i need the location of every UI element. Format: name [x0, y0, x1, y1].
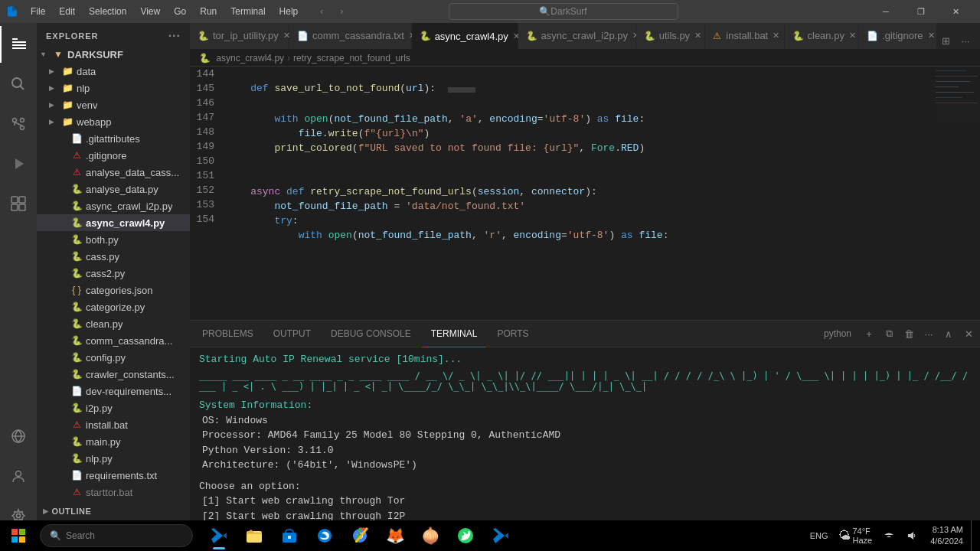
activity-explorer[interactable] — [0, 26, 37, 63]
activity-extensions[interactable] — [0, 185, 37, 222]
taskbar-tor[interactable]: 🧅 — [413, 520, 447, 551]
tray-keyboard[interactable]: ENG — [805, 520, 833, 551]
tab-install[interactable]: ⚠ install.bat ✕ — [705, 23, 784, 49]
taskbar-whatsapp[interactable] — [449, 520, 482, 551]
sidebar-file-nlp[interactable]: 🐍 nlp.py — [37, 450, 190, 467]
panel-tab-ports[interactable]: PORTS — [488, 321, 537, 347]
panel-tab-debug-console[interactable]: DEBUG CONSOLE — [322, 321, 420, 347]
tab-async-crawl-i2p[interactable]: 🐍 async_crawl_i2p.py ✕ — [518, 23, 636, 49]
sidebar-file-gitignore[interactable]: ⚠ .gitignore — [37, 147, 190, 164]
taskbar-edge[interactable] — [308, 520, 341, 551]
sidebar-file-main[interactable]: 🐍 main.py — [37, 433, 190, 450]
sidebar-more[interactable]: ··· — [168, 29, 181, 43]
sidebar-item-nlp[interactable]: ▶ 📁 nlp — [37, 80, 190, 96]
terminal-add[interactable]: + — [861, 325, 877, 342]
menu-help[interactable]: Help — [273, 5, 305, 18]
taskbar-file-explorer[interactable] — [237, 520, 271, 551]
terminal-more[interactable]: ··· — [920, 325, 937, 342]
taskbar-chrome[interactable] — [343, 520, 377, 551]
tab-more[interactable]: ··· — [957, 32, 974, 49]
show-desktop[interactable] — [971, 520, 974, 551]
sidebar-file-i2p[interactable]: 🐍 i2p.py — [37, 399, 190, 416]
taskbar-code2[interactable] — [484, 520, 518, 551]
menu-edit[interactable]: Edit — [53, 5, 81, 18]
panel-close[interactable]: ✕ — [960, 325, 977, 342]
sidebar-project-root[interactable]: ▼ ▼ DARKSURF — [37, 46, 190, 63]
tab-close-utils[interactable]: ✕ — [694, 30, 701, 42]
sidebar-file-crawler-constants[interactable]: 🐍 crawler_constants... — [37, 366, 190, 383]
taskbar-search[interactable]: 🔍 Search — [40, 524, 193, 547]
code-content[interactable]: def save_url_to_not_found(url): ████████… — [220, 67, 934, 320]
sidebar-item-data[interactable]: ▶ 📁 data — [37, 63, 190, 80]
activity-remote[interactable] — [0, 418, 37, 455]
activity-search[interactable] — [0, 66, 37, 103]
terminal-trash[interactable]: 🗑 — [900, 325, 917, 342]
nav-back[interactable]: ‹ — [313, 3, 330, 20]
panel-tab-problems[interactable]: PROBLEMS — [193, 321, 263, 347]
tab-close-install[interactable]: ✕ — [773, 30, 779, 42]
tab-tor-ip[interactable]: 🐍 tor_ip_utility.py ✕ — [190, 23, 289, 49]
terminal-content[interactable]: Starting Auto IP Renewal service [10mins… — [190, 347, 980, 534]
sidebar-file-analyse-cass[interactable]: ⚠ analyse_data_cass... — [37, 164, 190, 181]
activity-source-control[interactable] — [0, 106, 37, 142]
tab-utils[interactable]: 🐍 utils.py ✕ — [636, 23, 706, 49]
sidebar-file-analyse-data[interactable]: 🐍 analyse_data.py — [37, 181, 190, 197]
tray-weather[interactable]: 🌤 74°F Haze — [834, 520, 877, 551]
taskbar-firefox[interactable]: 🦊 — [378, 520, 412, 551]
panel-tab-output[interactable]: OUTPUT — [264, 321, 320, 347]
code-editor[interactable]: 144 145 146 147 148 149 150 151 152 153 … — [190, 67, 980, 320]
term-startup: Starting Auto IP Renewal service [10mins… — [199, 352, 971, 367]
close-button[interactable]: ✕ — [939, 0, 974, 23]
breadcrumb-function[interactable]: retry_scrape_not_found_urls — [293, 53, 410, 64]
sidebar-file-cass2[interactable]: 🐍 cass2.py — [37, 265, 190, 282]
sidebar-file-comm-cassandra[interactable]: 🐍 comm_cassandra... — [37, 332, 190, 349]
tab-gitignore[interactable]: 📄 .gitignore ✕ — [859, 23, 937, 49]
tray-network[interactable] — [878, 520, 900, 551]
tab-bar: 🐍 tor_ip_utility.py ✕ 📄 comm_cassandra.t… — [190, 23, 980, 50]
menu-selection[interactable]: Selection — [83, 5, 132, 18]
activity-run-debug[interactable] — [0, 145, 37, 182]
tab-split[interactable]: ⊞ — [937, 32, 954, 49]
restore-button[interactable]: ❐ — [903, 0, 939, 23]
menu-file[interactable]: File — [24, 5, 51, 18]
menu-view[interactable]: View — [134, 5, 166, 18]
panel-maximize[interactable]: ∧ — [940, 325, 957, 342]
activity-accounts[interactable] — [0, 458, 37, 494]
minimize-button[interactable]: ─ — [868, 0, 903, 23]
sidebar-file-gitattributes[interactable]: 📄 .gitattributes — [37, 130, 190, 147]
title-search[interactable]: 🔍 DarkSurf — [449, 3, 678, 20]
breadcrumb-file[interactable]: 🐍 async_crawl4.py — [199, 53, 284, 64]
taskbar-vscode[interactable] — [202, 520, 236, 551]
terminal-split[interactable]: ⧉ — [880, 325, 897, 342]
sidebar-file-clean[interactable]: 🐍 clean.py — [37, 315, 190, 332]
taskbar-store[interactable] — [273, 520, 306, 551]
sidebar-file-async-crawl-i2p[interactable]: 🐍 async_crawl_i2p.py — [37, 197, 190, 214]
sidebar-file-async-crawl4[interactable]: 🐍 async_crawl4.py — [37, 214, 190, 231]
outline-section[interactable]: ▶ OUTLINE — [37, 504, 190, 519]
sidebar-item-venv[interactable]: ▶ 📁 venv — [37, 96, 190, 113]
sidebar-item-webapp[interactable]: ▶ 📁 webapp — [37, 113, 190, 130]
panel-tab-terminal[interactable]: TERMINAL — [422, 321, 487, 347]
tab-close-clean[interactable]: ✕ — [849, 30, 856, 42]
tab-async-crawl4[interactable]: 🐍 async_crawl4.py ✕ — [412, 23, 518, 49]
sidebar-file-dev-requirements[interactable]: 📄 dev-requirements... — [37, 383, 190, 399]
sidebar-file-cass[interactable]: 🐍 cass.py — [37, 248, 190, 265]
menu-go[interactable]: Go — [168, 5, 192, 18]
nav-forward[interactable]: › — [333, 3, 350, 20]
sidebar-file-config[interactable]: 🐍 config.py — [37, 349, 190, 366]
menu-run[interactable]: Run — [194, 5, 223, 18]
start-button[interactable] — [0, 520, 37, 551]
sidebar-file-starttor[interactable]: ⚠ starttor.bat — [37, 484, 190, 500]
sidebar-file-both[interactable]: 🐍 both.py — [37, 231, 190, 248]
tray-volume[interactable] — [901, 520, 923, 551]
sidebar-file-categories[interactable]: { } categories.json — [37, 282, 190, 298]
tab-clean[interactable]: 🐍 clean.py ✕ — [785, 23, 860, 49]
menu-terminal[interactable]: Terminal — [224, 5, 271, 18]
svg-rect-12 — [11, 197, 18, 203]
sidebar-file-install[interactable]: ⚠ install.bat — [37, 416, 190, 433]
tab-close-gitignore[interactable]: ✕ — [928, 30, 935, 42]
sidebar-file-categorize[interactable]: 🐍 categorize.py — [37, 298, 190, 315]
tab-comm-cassandra[interactable]: 📄 comm_cassandra.txt ✕ — [289, 23, 412, 49]
sidebar-file-requirements[interactable]: 📄 requirements.txt — [37, 467, 190, 484]
taskbar-clock[interactable]: 8:13 AM 4/6/2024 — [924, 524, 969, 548]
